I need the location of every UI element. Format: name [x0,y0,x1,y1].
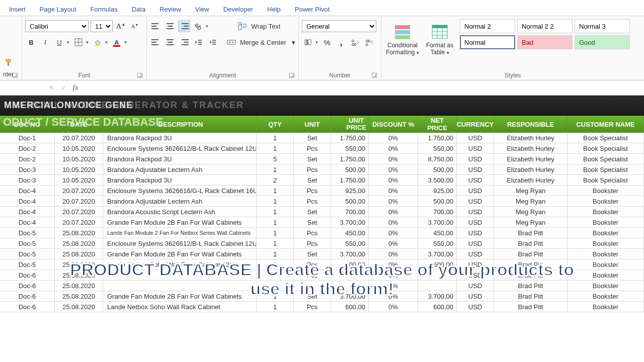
table-row[interactable]: Doc-420.07.2020Grande Fan Module 2B Fan … [0,217,644,228]
cell-cust[interactable]: Book Specialist [568,143,644,153]
cell-doc[interactable]: Doc-4 [0,196,55,206]
column-header[interactable]: CUSTOMER NAME [568,116,644,133]
table-row[interactable]: Doc-525.08.2020Lande Fan Module 2 Fan Fo… [0,228,644,238]
cell-desc[interactable]: Brandora Acoustic Script Lectern Ash [103,207,257,217]
underline-dropdown[interactable]: ▾ [65,40,70,45]
font-dialog-launcher[interactable] [137,73,142,78]
cell-cust[interactable]: Book Specialist [568,164,644,174]
cell-net[interactable]: 3.700,00 [418,217,457,227]
cell-unit[interactable]: Pcs [294,164,331,174]
column-header[interactable]: RESPONSIBLE [494,116,568,133]
cell-doc[interactable]: Doc-6 [0,291,55,301]
column-header[interactable]: CURRENCY [457,116,494,133]
cell-doc[interactable]: Doc-6 [0,281,55,291]
accounting-format-button[interactable]: $ [302,36,314,48]
tab-view[interactable]: View [188,3,216,17]
cell-date[interactable]: 10.05.2020 [55,164,103,174]
cell-disc[interactable]: 0% [369,143,418,153]
cell-resp[interactable]: Brad Pitt [494,228,568,238]
data-grid[interactable]: Doc-120.07.2020Brandora Rackpod 3U1Set1.… [0,133,644,312]
cell-cur[interactable]: USD [457,207,494,217]
cell-desc[interactable]: Brandora Rackpod 3U [103,133,257,143]
cell-disc[interactable]: 0% [369,164,418,174]
cell-date[interactable]: 25.08.2020 [55,228,103,238]
table-row[interactable]: Doc-525.08.2020Enclosure Systems 3626612… [0,238,644,249]
conditional-formatting-button[interactable]: Conditional Formatting ▾ [384,18,421,61]
cell-doc[interactable]: Doc-5 [0,228,55,238]
cell-style-normal-2[interactable]: Normal 2 [460,19,515,33]
decrease-decimal-button[interactable]: .00.0 [363,36,375,48]
font-color-dropdown[interactable]: ▾ [123,40,128,45]
cell-resp[interactable]: Elizabeth Hurley [494,133,568,143]
cell-qty[interactable]: 5 [257,154,294,164]
cell-disc[interactable]: 0% [369,133,418,143]
cell-disc[interactable]: 0% [369,154,418,164]
cell-cur[interactable]: USD [457,302,494,312]
cell-cur[interactable]: USD [457,186,494,196]
cell-unit[interactable]: Set [294,207,331,217]
cell-unit[interactable]: Pcs [294,228,331,238]
cell-uprice[interactable]: 550,00 [331,238,369,248]
cell-desc[interactable]: Enclosure Systems 3626616/G-L Rack Cabin… [103,186,257,196]
cell-doc[interactable]: Doc-5 [0,238,55,248]
cell-qty[interactable]: 1 [257,238,294,248]
cell-uprice[interactable]: 600,00 [331,302,369,312]
cell-disc[interactable]: 0% [369,196,418,206]
cell-cust[interactable]: Bookster [568,228,644,238]
tab-insert[interactable]: Insert [2,3,33,17]
decrease-indent-button[interactable] [192,36,204,48]
tab-formulas[interactable]: Formulas [84,3,125,17]
cell-disc[interactable]: 0% [369,281,418,291]
underline-button[interactable]: U [53,36,65,48]
cell-resp[interactable]: Brad Pitt [494,270,568,280]
cell-resp[interactable]: Elizabeth Hurley [494,154,568,164]
cell-cur[interactable]: USD [457,196,494,206]
cell-net[interactable]: 8.750,00 [418,154,457,164]
fill-color-dropdown[interactable]: ▾ [104,40,109,45]
cell-date[interactable]: 10.05.2020 [55,154,103,164]
cell-resp[interactable]: Meg Ryan [494,186,568,196]
cell-disc[interactable]: 0% [369,302,418,312]
cell-unit[interactable]: Pcs [294,302,331,312]
cell-cur[interactable]: USD [457,238,494,248]
cell-unit[interactable]: Pcs [294,196,331,206]
column-header[interactable]: NET PRICE [418,116,457,133]
clipboard-dialog-launcher[interactable] [13,73,18,78]
cell-desc[interactable]: Lande Netbox Soho Wall Rack Cabinet 12U [103,259,257,269]
table-row[interactable]: Doc-210.05.2020Enclosure Systems 3626612… [0,143,644,154]
cell-unit[interactable]: Set [294,249,331,259]
insert-function-button[interactable]: fx [69,82,82,94]
increase-font-size-button[interactable]: A▲ [115,20,127,32]
cell-doc[interactable]: Doc-5 [0,259,55,269]
cell-resp[interactable]: Brad Pitt [494,281,568,291]
tab-developer[interactable]: Developer [216,3,260,17]
cell-desc[interactable]: Enclosure Systems 3626612/B-L Rack Cabin… [103,238,257,248]
cell-style-normal-2-2[interactable]: Normal 2 2 [517,19,573,33]
cell-resp[interactable]: Elizabeth Hurley [494,143,568,153]
font-name-select[interactable]: Calibri [25,20,89,32]
cell-net[interactable]: 550,00 [418,238,457,248]
cell-cur[interactable]: USD [457,154,494,164]
cell-net[interactable]: 500,00 [418,196,457,206]
table-row[interactable]: Doc-625.08.2020Pcs0%USDBrad PittBookster [0,270,644,281]
enter-formula-button[interactable]: ✓ [57,82,69,94]
borders-button[interactable] [72,36,85,48]
table-row[interactable]: Doc-625.08.20200%USDBrad PittBookster [0,281,644,291]
cell-cust[interactable]: Book Specialist [568,154,644,164]
cell-net[interactable]: 600,00 [418,259,457,269]
cell-doc[interactable]: Doc-6 [0,270,55,280]
align-top-button[interactable] [150,20,162,32]
column-header[interactable]: QTY [257,116,294,133]
align-right-button[interactable] [178,36,190,48]
cell-qty[interactable]: 1 [257,143,294,153]
cell-cur[interactable]: USD [457,133,494,143]
tab-help[interactable]: Help [260,3,288,17]
merge-center-button[interactable]: Merge & Center [223,36,290,48]
cell-disc[interactable]: 0% [369,228,418,238]
cell-cust[interactable]: Bookster [568,186,644,196]
increase-indent-button[interactable] [206,36,218,48]
cell-date[interactable]: 20.07.2020 [55,217,103,227]
cell-uprice[interactable]: 1.750,00 [331,175,369,185]
table-row[interactable]: Doc-625.08.2020Lande Netbox Soho Wall Ra… [0,302,644,312]
cell-disc[interactable]: 0% [369,238,418,248]
